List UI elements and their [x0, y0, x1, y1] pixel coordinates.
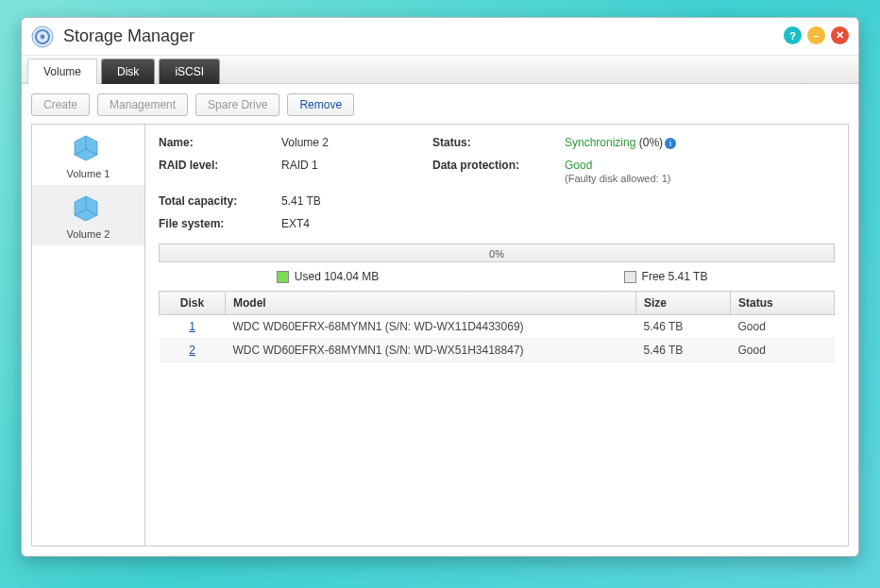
app-icon	[31, 25, 54, 48]
storage-manager-window: Storage Manager ? – ✕ Volume Disk iSCSI …	[21, 17, 859, 557]
volume-icon	[32, 132, 144, 164]
cell-status: Good	[731, 339, 835, 362]
tab-iscsi[interactable]: iSCSI	[159, 59, 220, 84]
label-capacity: Total capacity:	[159, 194, 281, 208]
sidebar-item-label: Volume 2	[32, 228, 144, 240]
remove-button[interactable]: Remove	[287, 93, 354, 116]
legend-free: Free 5.41 TB	[497, 270, 835, 283]
volume-sidebar: Volume 1 Volume 2	[32, 125, 145, 546]
legend-used: Used 104.04 MB	[159, 270, 497, 283]
used-swatch-icon	[277, 271, 289, 283]
progress-text: 0%	[489, 248, 504, 260]
label-fs: File system:	[159, 217, 281, 230]
usage-legend: Used 104.04 MB Free 5.41 TB	[159, 266, 835, 291]
col-model[interactable]: Model	[226, 292, 636, 315]
minimize-button[interactable]: –	[807, 26, 825, 44]
volume-info: Name: Volume 2 Status: Synchronizing (0%…	[159, 136, 835, 230]
close-button[interactable]: ✕	[831, 26, 849, 44]
value-status: Synchronizing (0%)i	[565, 136, 835, 149]
volume-icon	[32, 193, 144, 225]
disk-link[interactable]: 1	[189, 320, 195, 333]
spare-drive-button[interactable]: Spare Drive	[195, 93, 279, 116]
label-protection: Data protection:	[432, 159, 565, 185]
sidebar-item-volume-1[interactable]: Volume 1	[32, 125, 144, 185]
col-status[interactable]: Status	[731, 292, 835, 315]
col-size[interactable]: Size	[636, 292, 731, 315]
sidebar-item-label: Volume 1	[32, 168, 144, 179]
status-text: Synchronizing	[565, 136, 635, 149]
cell-size: 5.46 TB	[636, 315, 731, 339]
tab-disk[interactable]: Disk	[101, 59, 155, 84]
toolbar: Create Management Spare Drive Remove	[22, 84, 858, 124]
disk-table: Disk Model Size Status 1 WDC WD60EFRX-68…	[159, 291, 835, 362]
management-button[interactable]: Management	[97, 93, 188, 116]
table-row[interactable]: 1 WDC WD60EFRX-68MYMN1 (S/N: WD-WX11D443…	[160, 315, 835, 339]
content-area: Volume 1 Volume 2 Name: Volume 2	[31, 124, 849, 546]
window-title: Storage Manager	[63, 26, 195, 46]
free-label: Free 5.41 TB	[642, 270, 708, 283]
tabbar: Volume Disk iSCSI	[22, 56, 858, 84]
value-name: Volume 2	[281, 136, 432, 149]
status-percent: (0%)	[639, 136, 663, 149]
sidebar-item-volume-2[interactable]: Volume 2	[32, 185, 144, 245]
help-button[interactable]: ?	[784, 26, 802, 44]
disk-link[interactable]: 2	[189, 344, 195, 357]
usage-progress-bar: 0%	[159, 244, 835, 262]
titlebar: Storage Manager ? – ✕	[22, 18, 858, 56]
free-swatch-icon	[624, 271, 636, 283]
protection-text: Good	[565, 159, 592, 172]
main-panel: Name: Volume 2 Status: Synchronizing (0%…	[145, 125, 848, 546]
info-icon[interactable]: i	[665, 138, 676, 149]
cell-status: Good	[731, 315, 835, 339]
value-raid: RAID 1	[281, 159, 432, 185]
cell-size: 5.46 TB	[636, 339, 731, 362]
protection-note: (Faulty disk allowed: 1)	[565, 173, 671, 184]
cell-model: WDC WD60EFRX-68MYMN1 (S/N: WD-WX11D44330…	[226, 315, 636, 339]
label-name: Name:	[159, 136, 281, 149]
value-protection: Good (Faulty disk allowed: 1)	[565, 159, 835, 185]
create-button[interactable]: Create	[31, 93, 90, 116]
used-label: Used 104.04 MB	[295, 270, 379, 283]
value-capacity: 5.41 TB	[281, 194, 432, 208]
svg-point-2	[41, 34, 45, 39]
cell-model: WDC WD60EFRX-68MYMN1 (S/N: WD-WX51H34188…	[226, 339, 636, 362]
col-disk[interactable]: Disk	[160, 292, 226, 315]
label-status: Status:	[432, 136, 565, 149]
value-fs: EXT4	[281, 217, 432, 230]
table-row[interactable]: 2 WDC WD60EFRX-68MYMN1 (S/N: WD-WX51H341…	[160, 339, 835, 362]
label-raid: RAID level:	[159, 159, 281, 185]
tab-volume[interactable]: Volume	[27, 59, 97, 84]
